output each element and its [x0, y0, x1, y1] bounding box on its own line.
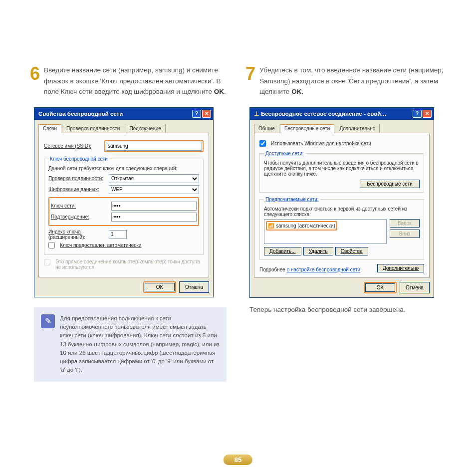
- dialog-title: Свойства беспроводной сети: [38, 111, 192, 117]
- auto-key-checkbox[interactable]: [48, 242, 55, 248]
- step-7: 7 Убедитесь в том, что введенное названи…: [245, 65, 446, 97]
- cancel-button[interactable]: Отмена: [179, 281, 209, 293]
- pencil-icon: ✎: [41, 314, 55, 328]
- key-input[interactable]: [111, 202, 197, 211]
- use-windows-checkbox[interactable]: [259, 140, 266, 147]
- props-button[interactable]: Свойства: [335, 247, 368, 255]
- page-number: 85: [224, 455, 252, 465]
- auth-label: Проверка подлинности:: [48, 176, 106, 181]
- tab-auth[interactable]: Проверка подлинности: [62, 124, 124, 133]
- ssid-input[interactable]: [106, 142, 202, 151]
- ok-button[interactable]: OK: [365, 283, 395, 292]
- list-item[interactable]: 📶 samsung (автоматически): [267, 223, 336, 229]
- index-input[interactable]: [109, 230, 127, 239]
- more-info-text: Подробнее о настройке беспроводной сети.: [259, 267, 373, 272]
- wireless-icon: ⊥: [254, 110, 259, 117]
- step-7-text: Убедитесь в том, что введенное название …: [259, 65, 446, 97]
- settings-link[interactable]: о настройке беспроводной сети: [287, 267, 360, 272]
- ssid-label: Сетевое имя (SSID):: [44, 143, 101, 149]
- wireless-networks-button[interactable]: Беспроводные сети: [360, 180, 420, 188]
- confirm-input[interactable]: [111, 213, 197, 222]
- enc-label: Шифрование данных:: [48, 187, 106, 192]
- key-fieldset: Ключ беспроводной сети Данной сети требу…: [44, 156, 204, 255]
- close-icon[interactable]: ✕: [423, 110, 432, 118]
- index-label: Индекс ключа (расширенный):: [48, 229, 106, 240]
- tab-wireless[interactable]: Беспроводные сети: [280, 124, 334, 133]
- step-number-6: 6: [30, 65, 40, 97]
- close-icon[interactable]: ✕: [202, 110, 211, 118]
- conclusion-text: Теперь настройка беспроводной сети завер…: [249, 306, 446, 313]
- advanced-button[interactable]: Дополнительно: [377, 264, 424, 272]
- wireless-connection-dialog: ⊥ Беспроводное сетевое соединение - свой…: [249, 107, 434, 298]
- tab-conn[interactable]: Подключение: [125, 124, 165, 133]
- titlebar: ⊥ Беспроводное сетевое соединение - свой…: [250, 108, 434, 120]
- tab-advanced[interactable]: Дополнительно: [335, 124, 380, 133]
- available-networks-fieldset: Доступные сети: Чтобы получить дополните…: [259, 151, 424, 193]
- auth-select[interactable]: Открытая: [109, 174, 199, 183]
- cancel-button[interactable]: Отмена: [400, 282, 430, 293]
- dialog-title: Беспроводное сетевое соединение - свой…: [261, 111, 413, 117]
- delete-button[interactable]: Удалить: [303, 247, 333, 255]
- step-number-7: 7: [245, 65, 255, 97]
- note-box: ✎ Для предотвращения подключения к сети …: [34, 307, 227, 382]
- step-6-text: Введите название сети (например, samsung…: [44, 65, 231, 97]
- antenna-icon: 📶: [268, 223, 274, 229]
- help-icon[interactable]: ?: [413, 110, 422, 118]
- key-label: Ключ сети:: [51, 203, 108, 209]
- tab-general[interactable]: Общие: [254, 124, 279, 133]
- tabs: Связи Проверка подлинности Подключение: [38, 124, 209, 133]
- preferred-networks-fieldset: Предпочитаемые сети: Автоматически подкл…: [259, 197, 424, 260]
- add-button[interactable]: Добавить...: [264, 247, 301, 255]
- confirm-label: Подтверждение:: [51, 214, 108, 220]
- help-icon[interactable]: ?: [192, 110, 201, 118]
- enc-select[interactable]: WEP: [109, 185, 199, 194]
- adhoc-checkbox: [44, 259, 50, 265]
- ok-button[interactable]: OK: [145, 283, 175, 291]
- tabs: Общие Беспроводные сети Дополнительно: [254, 124, 430, 133]
- titlebar: Свойства беспроводной сети ? ✕: [34, 108, 213, 120]
- step-6: 6 Введите название сети (например, samsu…: [30, 65, 231, 97]
- preferred-networks-list[interactable]: 📶 samsung (автоматически): [264, 219, 387, 244]
- up-button[interactable]: Вверх: [390, 219, 420, 228]
- note-text: Для предотвращения подключения к сети не…: [60, 314, 220, 375]
- down-button[interactable]: Вниз: [390, 230, 420, 238]
- wireless-properties-dialog: Свойства беспроводной сети ? ✕ Связи Про…: [34, 107, 214, 297]
- tab-connection[interactable]: Связи: [38, 124, 61, 133]
